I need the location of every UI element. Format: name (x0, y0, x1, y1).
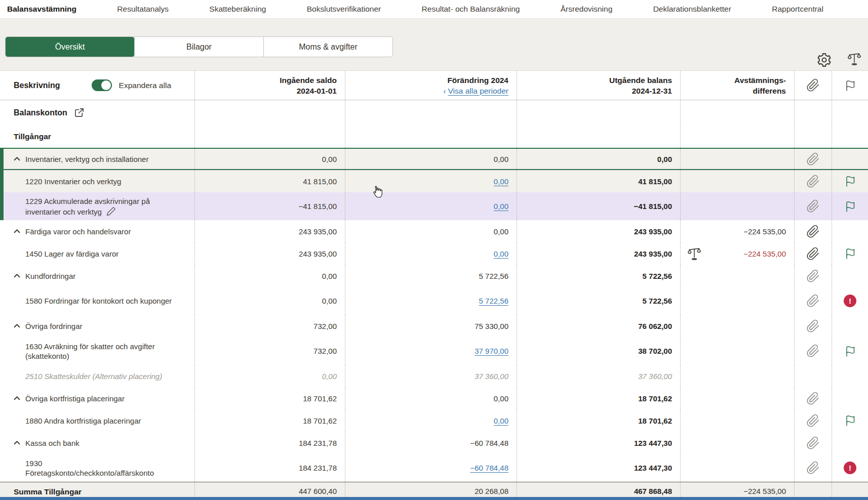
diff-value: −224 535,00 (743, 249, 786, 258)
nav-item-deklarationsblanketter[interactable]: Deklarationsblanketter (653, 5, 731, 14)
table-row[interactable]: Kundfordringar0,005 722,565 722,56 (0, 265, 868, 287)
paperclip-icon[interactable] (806, 319, 820, 333)
chevron-up-icon[interactable] (14, 156, 20, 161)
utgaende-value: 37 360,00 (517, 372, 680, 381)
ingaende-value: 0,00 (195, 297, 345, 305)
scales-icon[interactable] (847, 51, 862, 66)
ingaende-value: 732,00 (195, 322, 345, 330)
table-header-row: Beskrivning Expandera alla Ingående sald… (0, 71, 868, 100)
paperclip-icon[interactable] (806, 247, 820, 261)
ingaende-value: 447 600,40 (195, 487, 345, 495)
paperclip-icon[interactable] (806, 199, 820, 213)
forandring-link[interactable]: 37 970,00 (345, 347, 517, 355)
forandring-value: 75 330,00 (345, 322, 517, 330)
forandring-link[interactable]: 0,00 (345, 416, 517, 425)
row-label: 1630 Avräkning för skatter och avgifter … (25, 342, 173, 361)
expand-all-toggle[interactable] (92, 79, 112, 91)
scales-status-icon[interactable] (687, 246, 702, 261)
paperclip-icon[interactable] (806, 461, 820, 475)
ingaende-value: 243 935,00 (195, 227, 345, 236)
ingaende-value: −41 815,00 (195, 202, 345, 211)
toolbar-band: Översikt Bilagor Moms & avgifter (0, 18, 868, 70)
paperclip-icon[interactable] (806, 392, 820, 405)
forandring-link[interactable]: 0,00 (345, 177, 517, 186)
utgaende-value: 38 702,00 (517, 347, 680, 355)
pencil-icon[interactable] (106, 206, 116, 217)
tab-moms-avgifter[interactable]: Moms & avgifter (263, 37, 392, 57)
utgaende-value: 467 868,48 (517, 487, 680, 495)
table-row[interactable]: Övriga fordringar732,0075 330,0076 062,0… (0, 315, 868, 337)
diff-value: −224 535,00 (681, 227, 794, 236)
flag-icon[interactable] (844, 345, 856, 357)
chevron-left-icon: ‹ (443, 86, 446, 96)
table-row: 1220 Inventarier och verktyg41 815,000,0… (0, 170, 868, 192)
forandring-value: 37 360,00 (345, 372, 517, 381)
row-label: 1229 Ackumulerade avskrivningar på inven… (25, 196, 173, 217)
paperclip-icon[interactable] (806, 344, 820, 358)
paperclip-icon[interactable] (806, 269, 820, 283)
utgaende-value: 5 722,56 (517, 272, 680, 280)
external-link-icon[interactable] (73, 107, 85, 118)
utgaende-value: 243 935,00 (517, 249, 680, 258)
section-row-balanskonton: Balanskonton (0, 100, 868, 125)
chevron-up-icon[interactable] (14, 273, 20, 278)
row-label: 1580 Fordringar för kontokort och kupong… (25, 296, 172, 306)
ingaende-value: 41 815,00 (195, 177, 345, 186)
show-all-periods-link[interactable]: ‹Visa alla perioder (443, 86, 508, 96)
alert-icon[interactable]: ! (844, 462, 856, 474)
flag-icon[interactable] (844, 175, 856, 187)
paperclip-column-icon (806, 78, 820, 92)
paperclip-icon[interactable] (806, 294, 820, 308)
row-label: 1930Företagskonto/checkkonto/affärskonto (25, 459, 154, 478)
forandring-link[interactable]: 0,00 (345, 202, 517, 211)
nav-item-rapportcentral[interactable]: Rapportcentral (772, 5, 823, 14)
ingaende-value: 18 701,62 (195, 416, 345, 425)
flag-icon[interactable] (844, 200, 856, 213)
row-label: Kundfordringar (25, 271, 75, 281)
forandring-link[interactable]: −60 784,48 (345, 464, 517, 472)
forandring-link[interactable]: 0,00 (345, 249, 517, 258)
utgaende-value: 0,00 (517, 155, 680, 163)
table-row: 1580 Fordringar för kontokort och kupong… (0, 287, 868, 315)
forandring-link[interactable]: 5 722,56 (345, 297, 517, 305)
table-row[interactable]: Kassa och bank184 231,78−60 784,48123 44… (0, 432, 868, 454)
chevron-up-icon[interactable] (14, 323, 20, 328)
top-nav: Balansavstämning Resultatanalys Skattebe… (0, 0, 868, 18)
section-title: Balanskonton (14, 108, 67, 117)
utgaende-value: 123 447,30 (517, 464, 680, 472)
paperclip-icon[interactable] (806, 225, 820, 238)
table-row: 1450 Lager av färdiga varor243 935,000,0… (0, 242, 868, 265)
table-row[interactable]: Färdiga varor och handelsvaror243 935,00… (0, 220, 868, 242)
nav-item-bokslutsverifikationer[interactable]: Bokslutsverifikationer (307, 5, 381, 14)
row-label: Inventarier, verktyg och installationer (25, 154, 148, 164)
row-label: Summa Tillgångar (14, 487, 82, 496)
chevron-up-icon[interactable] (14, 396, 20, 400)
chevron-up-icon[interactable] (14, 440, 20, 445)
utgaende-value: 76 062,00 (517, 322, 680, 330)
nav-item-balansavstamning[interactable]: Balansavstämning (7, 5, 76, 14)
table-row[interactable]: Övriga kortfristiga placeringar18 701,62… (0, 387, 868, 409)
nav-item-arsredovisning[interactable]: Årsredovisning (561, 5, 613, 14)
gear-icon[interactable] (816, 52, 832, 68)
nav-item-resultatanalys[interactable]: Resultatanalys (117, 5, 169, 14)
forandring-value: 20 268,08 (345, 487, 517, 495)
forandring-value: 0,00 (345, 227, 517, 236)
flag-icon[interactable] (844, 247, 856, 260)
paperclip-icon[interactable] (806, 175, 820, 188)
flag-icon[interactable] (844, 414, 856, 427)
table-row[interactable]: Inventarier, verktyg och installationer0… (0, 148, 868, 170)
table-row: 1880 Andra kortfristiga placeringar18 70… (0, 409, 868, 432)
asset-group-title: Tillgångar (14, 132, 51, 141)
paperclip-icon[interactable] (806, 152, 820, 166)
utgaende-value: 18 701,62 (517, 394, 680, 403)
alert-icon[interactable]: ! (844, 295, 856, 307)
tab-bilagor[interactable]: Bilagor (134, 37, 263, 57)
row-label: Övriga kortfristiga placeringar (25, 394, 125, 403)
tab-oversikt[interactable]: Översikt (6, 37, 134, 57)
paperclip-icon[interactable] (806, 436, 820, 450)
chevron-up-icon[interactable] (14, 229, 20, 233)
nav-item-resultat-och-balansrakning[interactable]: Resultat- och Balansräkning (422, 5, 520, 14)
nav-item-skatteberakning[interactable]: Skatteberäkning (209, 5, 266, 14)
section-row-tillgangar: Tillgångar (0, 125, 868, 148)
paperclip-icon[interactable] (806, 414, 820, 428)
